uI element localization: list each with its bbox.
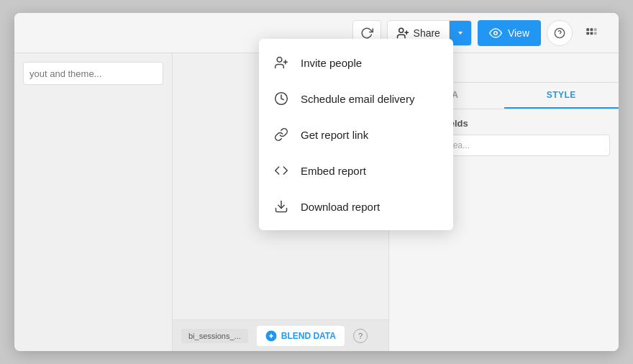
view-button[interactable]: View (478, 20, 541, 46)
person-add-icon (396, 27, 409, 40)
svg-rect-8 (591, 28, 593, 31)
grid-button[interactable] (578, 20, 604, 46)
svg-rect-12 (594, 32, 597, 35)
blend-data-button[interactable]: BLEND DATA (257, 326, 345, 346)
menu-item-embed-report[interactable]: Embed report (259, 153, 453, 188)
svg-point-18 (277, 58, 282, 63)
menu-item-invite-people-label: Invite people (301, 57, 362, 69)
menu-item-download-report-label: Download report (301, 201, 380, 213)
tab-style[interactable]: STYLE (504, 83, 619, 109)
help-icon (554, 27, 565, 39)
menu-item-embed-report-label: Embed report (301, 165, 366, 177)
share-label: Share (414, 27, 440, 39)
menu-item-get-report-link-label: Get report link (301, 129, 368, 141)
screenshot-container: Share View (14, 13, 619, 351)
menu-item-schedule-email[interactable]: Schedule email delivery (259, 81, 453, 117)
layout-search-input[interactable] (23, 62, 163, 85)
svg-point-0 (399, 28, 403, 32)
help-button[interactable] (547, 20, 573, 46)
menu-item-schedule-email-label: Schedule email delivery (301, 93, 414, 105)
svg-rect-10 (586, 32, 589, 35)
clock-icon (273, 91, 289, 106)
person-add-icon (273, 55, 289, 70)
menu-item-get-report-link[interactable]: Get report link (259, 117, 453, 153)
plus-circle-icon (265, 330, 277, 342)
svg-rect-7 (586, 28, 589, 31)
blend-help-icon[interactable]: ? (353, 329, 368, 343)
svg-marker-3 (458, 32, 463, 35)
download-icon (273, 199, 289, 214)
menu-item-invite-people[interactable]: Invite people (259, 45, 453, 81)
grid-icon (585, 27, 598, 40)
link-icon (273, 127, 289, 142)
share-dropdown-menu: Invite people Schedule email delivery Ge… (259, 39, 453, 230)
svg-rect-9 (594, 28, 597, 31)
menu-item-download-report[interactable]: Download report (259, 188, 453, 224)
svg-point-4 (494, 31, 498, 35)
blend-data-label: BLEND DATA (281, 331, 336, 341)
eye-icon (489, 27, 502, 40)
chevron-down-icon (457, 29, 464, 37)
svg-rect-11 (591, 32, 593, 35)
left-panel (14, 53, 173, 351)
bottom-bar: bi_sessions_... BLEND DATA ? (173, 319, 388, 351)
view-label: View (508, 27, 529, 39)
data-source-tag: bi_sessions_... (181, 329, 248, 343)
code-icon (273, 163, 289, 178)
